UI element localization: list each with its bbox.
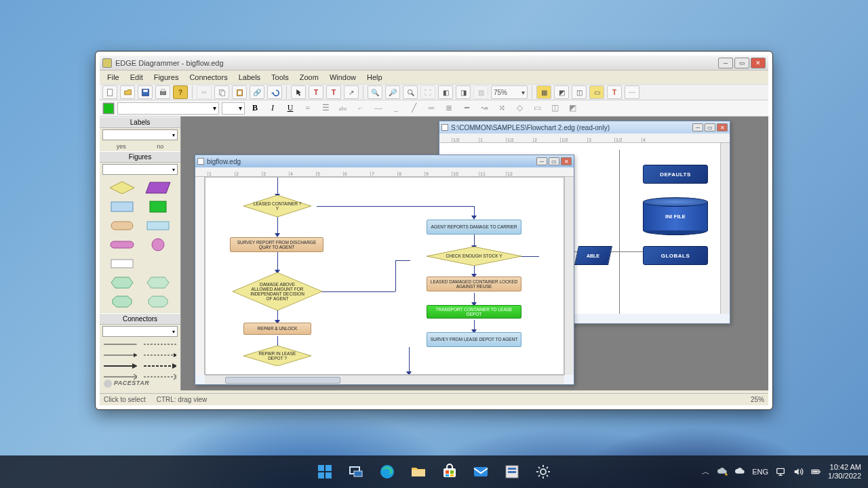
align-left-button[interactable]: ≡ [300, 102, 315, 115]
line-bot[interactable]: _ [389, 102, 403, 115]
node-check-stock[interactable]: CHECK ENOUGH STOCK Y [427, 247, 521, 266]
titlebar[interactable]: EDGE Diagrammer - bigflow.edg ─ ▭ ✕ [100, 56, 768, 70]
conn-dash-bold[interactable] [144, 363, 177, 369]
shape-roundrect[interactable] [108, 218, 136, 233]
menu-zoom[interactable]: Zoom [295, 72, 323, 83]
conn5[interactable]: ◫ [547, 102, 562, 115]
conn-solid-bold[interactable] [104, 363, 137, 369]
conn-solid-noarrow[interactable] [104, 341, 137, 348]
node-globals[interactable]: GLOBALS [643, 246, 708, 265]
node-repair-unlock[interactable]: REPAIR & UNLOCK [243, 323, 311, 335]
line-mid[interactable]: — [371, 102, 386, 115]
labels-combo[interactable]: ▾ [102, 129, 178, 140]
node-survey-depot[interactable]: SURVEY FROM LEASE DEPOT TO AGENT [427, 332, 521, 347]
shape-oct2[interactable] [144, 294, 172, 309]
new-button[interactable] [102, 85, 117, 99]
grid-button[interactable]: ▦ [536, 85, 551, 99]
label-yes[interactable]: yes [117, 143, 126, 150]
text-style-button[interactable]: T [607, 85, 622, 99]
note-button[interactable]: ▭ [589, 85, 604, 99]
align-right-button[interactable]: abc [336, 102, 351, 115]
doc1-close[interactable]: ✕ [561, 157, 572, 165]
page-prev-button[interactable]: ◧ [438, 85, 453, 99]
node-transport[interactable]: TRANSPORT CONTAINER TO LEASE DEPOT [427, 305, 521, 319]
doc2-close[interactable]: ✕ [717, 123, 728, 131]
figures-combo[interactable]: ▾ [102, 164, 178, 175]
print-button[interactable] [155, 85, 170, 99]
style-button[interactable]: ◫ [572, 85, 587, 99]
doc1-hscroll[interactable] [205, 375, 564, 384]
zoom-in-button[interactable]: 🔍 [368, 85, 382, 99]
system-tray[interactable]: ︿ ENG 10:42 AM 1/30/2022 [702, 463, 861, 480]
shape-rect-plain[interactable] [108, 256, 136, 271]
paste-button[interactable] [232, 85, 247, 99]
tray-language[interactable]: ENG [752, 468, 768, 476]
line-top[interactable]: ⌐ [353, 102, 368, 115]
store-icon[interactable] [439, 462, 460, 482]
connectors-combo[interactable]: ▾ [102, 326, 178, 337]
shape-hex2[interactable] [144, 275, 172, 290]
settings-icon[interactable] [533, 462, 553, 482]
shape-rect-blue[interactable] [108, 199, 136, 214]
menu-file[interactable]: File [102, 72, 124, 83]
shape-pill-pink[interactable] [108, 237, 136, 252]
node-defaults[interactable]: DEFAULTS [643, 165, 708, 184]
menu-window[interactable]: Window [325, 72, 361, 83]
onedrive-warning-icon[interactable] [717, 466, 728, 477]
shape-hex1[interactable] [108, 275, 136, 290]
shape-oct1[interactable] [108, 294, 136, 309]
cut-button[interactable]: ✂ [197, 85, 212, 99]
menu-labels[interactable]: Labels [234, 72, 265, 83]
zoom-fit-button[interactable]: ⛶ [420, 85, 435, 99]
app-taskbar-icon[interactable] [502, 462, 522, 482]
doc2-vscroll[interactable] [720, 143, 730, 314]
find-button[interactable]: 🔗 [250, 85, 264, 99]
connector-tool[interactable]: ↗ [344, 85, 359, 99]
onedrive-icon[interactable] [734, 466, 745, 477]
copy-button[interactable] [214, 85, 229, 99]
underline-button[interactable]: U [283, 102, 298, 115]
shape-rect-green[interactable] [144, 199, 172, 214]
close-button[interactable]: ✕ [751, 58, 766, 68]
font-combo[interactable]: ▾ [117, 102, 219, 115]
node-survey-report[interactable]: SURVEY REPORT FROM DISCHARGE QUAY TO AGE… [230, 237, 323, 252]
doc2-maximize[interactable]: ▭ [705, 123, 715, 131]
page-next-button[interactable]: ◨ [456, 85, 471, 99]
tray-chevron-icon[interactable]: ︿ [702, 466, 710, 478]
shape-circle-pink[interactable] [144, 237, 172, 252]
zoom-out-button[interactable]: 🔎 [385, 85, 400, 99]
menu-connectors[interactable]: Connectors [184, 72, 232, 83]
tray-clock[interactable]: 10:42 AM 1/30/2022 [828, 463, 861, 480]
bold-button[interactable]: B [248, 102, 262, 115]
doc1-vscroll[interactable] [564, 177, 574, 375]
shape-parallelogram[interactable] [144, 180, 172, 195]
page-button[interactable]: ▥ [473, 85, 488, 99]
italic-button[interactable]: I [265, 102, 280, 115]
conn1[interactable]: ↝ [477, 102, 492, 115]
maximize-button[interactable]: ▭ [734, 58, 749, 68]
edge-icon[interactable] [377, 462, 397, 482]
doc-window-bigflow[interactable]: bigflow.edg ─ ▭ ✕ 123456789101112 [195, 155, 574, 385]
fillcolor-button[interactable] [102, 102, 115, 115]
conn4[interactable]: ▭ [530, 102, 545, 115]
save-button[interactable] [138, 85, 153, 99]
conn3[interactable]: ◇ [512, 102, 527, 115]
minimize-button[interactable]: ─ [718, 58, 733, 68]
align-center-button[interactable]: ☰ [318, 102, 333, 115]
menu-tools[interactable]: Tools [267, 72, 294, 83]
menu-edit[interactable]: Edit [125, 72, 148, 83]
undo-button[interactable] [267, 85, 282, 99]
conn-dash-arrow[interactable] [144, 352, 177, 359]
network-icon[interactable] [775, 466, 786, 477]
zoom-combo[interactable]: 75%▾ [491, 85, 528, 99]
conn2[interactable]: ⤭ [494, 102, 509, 115]
volume-icon[interactable] [793, 466, 804, 477]
mail-icon[interactable] [471, 462, 491, 482]
taskview-button[interactable] [346, 462, 366, 482]
label-no[interactable]: no [157, 143, 163, 150]
node-inifile[interactable]: INI FILE [643, 197, 708, 235]
linestyle3[interactable]: ≣ [441, 102, 456, 115]
pointer-tool[interactable] [291, 85, 306, 99]
conn-dash-noarrow[interactable] [144, 341, 177, 348]
linestyle1[interactable]: ╱ [406, 102, 421, 115]
